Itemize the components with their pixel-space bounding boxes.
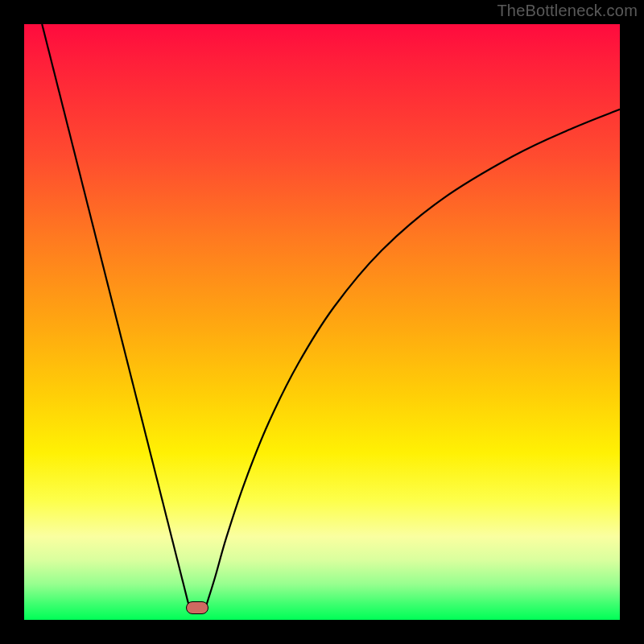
curve-svg <box>24 24 620 620</box>
plot-area <box>24 24 620 620</box>
curve-left-branch <box>42 24 189 607</box>
chart-frame: TheBottleneck.com <box>0 0 644 644</box>
min-marker <box>186 601 208 614</box>
curve-right-branch <box>206 109 620 607</box>
watermark-text: TheBottleneck.com <box>497 2 638 20</box>
